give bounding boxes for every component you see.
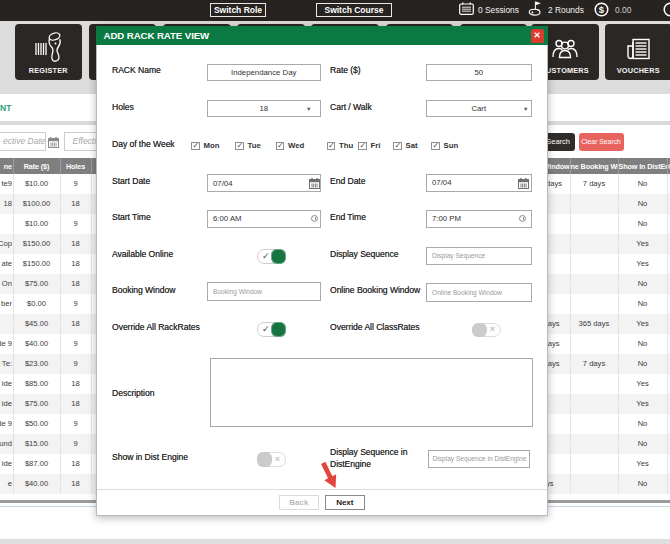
svg-text:$: $ xyxy=(599,3,605,14)
